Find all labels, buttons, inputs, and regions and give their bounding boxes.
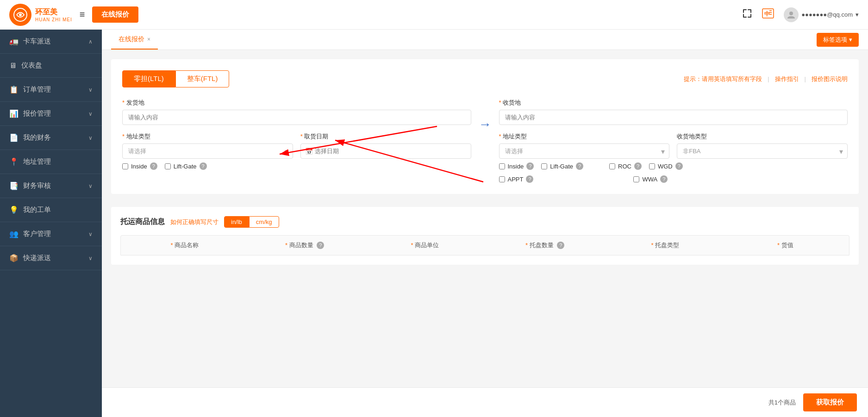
ltl-mode-button[interactable]: 零担(LTL) xyxy=(122,70,175,87)
dest-liftgate-checkbox[interactable]: Lift-Gate ? xyxy=(541,162,583,170)
calendar-icon: 📅 xyxy=(305,148,313,155)
inside-help-icon[interactable]: ? xyxy=(150,162,157,170)
form-columns-wrapper: * 发货地 * 地址类型 xyxy=(122,99,848,183)
header-left: 环至美 HUAN ZHI MEI ≡ 在线报价 xyxy=(9,4,138,26)
dest-wwa-checkbox[interactable]: WWA ? xyxy=(633,175,668,183)
origin-input[interactable] xyxy=(122,110,471,125)
dest-inside-help-icon[interactable]: ? xyxy=(526,162,534,170)
chevron-down-icon: ∨ xyxy=(88,255,93,261)
cargo-header: 托运商品信息 如何正确填写尺寸 in/lb cm/kg xyxy=(120,216,849,228)
logo-text: 环至美 HUAN ZHI MEI xyxy=(35,7,72,22)
origin-inside-checkbox[interactable]: Inside ? xyxy=(122,162,157,170)
chevron-down-icon: ∨ xyxy=(88,135,93,141)
pickup-date-input[interactable] xyxy=(300,143,471,159)
sidebar-item-audit[interactable]: 📑 财务审核 ∨ xyxy=(0,174,102,198)
finance-icon: 📄 xyxy=(9,133,19,142)
express-icon: 📦 xyxy=(9,254,19,262)
dest-liftgate-help-icon[interactable]: ? xyxy=(576,162,583,170)
col-product-qty: * 商品数量 ? xyxy=(249,241,362,249)
dest-inside-checkbox[interactable]: Inside ? xyxy=(499,162,534,170)
cargo-title: 托运商品信息 xyxy=(120,217,165,227)
col-cargo-value: * 货值 xyxy=(729,241,842,249)
sidebar-item-address[interactable]: 📍 地址管理 xyxy=(0,150,102,174)
sidebar-item-express[interactable]: 📦 快递派送 ∨ xyxy=(0,246,102,270)
roc-help-icon[interactable]: ? xyxy=(634,162,642,170)
customers-icon: 👥 xyxy=(9,230,19,238)
operation-guide-link[interactable]: 操作指引 xyxy=(775,75,799,83)
sidebar-item-finance[interactable]: 📄 我的财务 ∨ xyxy=(0,126,102,150)
origin-checkbox-row: Inside ? Lift-Gate ? xyxy=(122,162,471,170)
cargo-count: 共1个商品 xyxy=(768,398,796,407)
sidebar-item-orders[interactable]: 📋 订单管理 ∨ xyxy=(0,78,102,102)
get-quote-button[interactable]: 获取报价 xyxy=(803,393,857,411)
sidebar-item-label: 卡车派送 xyxy=(23,37,51,46)
expand-icon[interactable] xyxy=(742,8,752,21)
pallet-qty-help-icon[interactable]: ? xyxy=(557,242,564,249)
col-pallet-qty: * 托盘数量 ? xyxy=(489,241,602,249)
unit-inlb-button[interactable]: in/lb xyxy=(224,216,249,228)
tab-online-quote[interactable]: 在线报价 × xyxy=(111,30,158,50)
dest-roc-checkbox[interactable]: ROC ? xyxy=(609,162,642,170)
addr-type-select[interactable]: 请选择 xyxy=(122,143,293,159)
sidebar-item-label: 我的工单 xyxy=(23,205,51,214)
liftgate-help-icon[interactable]: ? xyxy=(200,162,207,170)
origin-label: * 发货地 xyxy=(122,99,471,107)
hint-text: 提示：请用英语填写所有字段 xyxy=(684,75,762,83)
addr-type-select-wrapper: 请选择 xyxy=(122,143,293,159)
workorder-icon: 💡 xyxy=(9,205,19,214)
appt-help-icon[interactable]: ? xyxy=(526,175,533,183)
origin-bottom-row: * 地址类型 请选择 xyxy=(122,132,471,159)
page-content: 零担(LTL) 整车(FTL) 提示：请用英语填写所有字段 | 操作指引 | 报… xyxy=(102,50,868,387)
user-dropdown-arrow: ▾ xyxy=(856,11,859,18)
user-info[interactable]: ●●●●●●●@qq.com ▾ xyxy=(784,7,859,22)
dest-bottom-row: * 地址类型 请选择 xyxy=(499,132,848,159)
dest-input[interactable] xyxy=(499,110,848,125)
unit-cmkg-button[interactable]: cm/kg xyxy=(249,216,279,228)
chevron-down-icon: ∨ xyxy=(88,87,93,93)
dest-column: * 收货地 * 地址类型 xyxy=(499,99,848,183)
header: 环至美 HUAN ZHI MEI ≡ 在线报价 中 xyxy=(0,0,868,30)
sidebar-item-quotes[interactable]: 📊 报价管理 ∨ xyxy=(0,102,102,126)
sidebar-item-customers[interactable]: 👥 客户管理 ∨ xyxy=(0,222,102,246)
pickup-date-label: * 取货日期 xyxy=(300,132,471,141)
page-footer: 共1个商品 获取报价 xyxy=(102,387,868,417)
col-pallet-type: * 托盘类型 xyxy=(609,241,722,249)
ftl-mode-button[interactable]: 整车(FTL) xyxy=(175,70,230,87)
online-quote-header-button[interactable]: 在线报价 xyxy=(92,6,138,23)
header-right: 中 ●●●●●●●@qq.com ▾ xyxy=(742,7,859,23)
svg-point-4 xyxy=(789,12,793,15)
sidebar-item-label: 地址管理 xyxy=(23,157,51,166)
tag-options-button[interactable]: 标签选项 ▾ xyxy=(817,33,859,47)
truck-icon: 🚛 xyxy=(9,37,19,46)
dest-addr-type-label: * 地址类型 xyxy=(499,132,670,141)
content-area: 在线报价 × 标签选项 ▾ 零担(LTL) 整车(FTL) 提示：请用英 xyxy=(102,30,868,417)
sidebar-item-label: 报价管理 xyxy=(23,109,51,118)
quote-chart-link[interactable]: 报价图示说明 xyxy=(812,75,848,83)
quotes-icon: 📊 xyxy=(9,109,19,118)
product-qty-help-icon[interactable]: ? xyxy=(317,242,324,249)
sidebar-item-dashboard[interactable]: 🖥 仪表盘 xyxy=(0,54,102,78)
logo: 环至美 HUAN ZHI MEI xyxy=(9,4,72,26)
recv-addr-type-select-wrapper: 非FBA xyxy=(677,143,848,159)
dest-appt-checkbox[interactable]: APPT ? xyxy=(499,175,534,183)
wwa-help-icon[interactable]: ? xyxy=(660,175,668,183)
sidebar-item-truck[interactable]: 🚛 卡车派送 ∧ xyxy=(0,30,102,54)
mode-buttons-row: 零担(LTL) 整车(FTL) 提示：请用英语填写所有字段 | 操作指引 | 报… xyxy=(122,70,848,87)
sidebar-item-workorder[interactable]: 💡 我的工单 xyxy=(0,198,102,222)
tab-close-icon[interactable]: × xyxy=(147,36,150,43)
wgd-help-icon[interactable]: ? xyxy=(675,162,683,170)
menu-icon[interactable]: ≡ xyxy=(80,9,85,20)
origin-column: * 发货地 * 地址类型 xyxy=(122,99,471,170)
language-icon[interactable]: 中 xyxy=(762,7,774,23)
dest-addr-type-select[interactable]: 请选择 xyxy=(499,143,670,159)
dest-label: * 收货地 xyxy=(499,99,848,107)
svg-text:中: 中 xyxy=(764,11,770,17)
origin-liftgate-checkbox[interactable]: Lift-Gate ? xyxy=(165,162,207,170)
tabs-bar: 在线报价 × 标签选项 ▾ xyxy=(102,30,868,50)
arrow-divider: → xyxy=(471,99,499,132)
audit-icon: 📑 xyxy=(9,181,19,190)
recv-addr-type-select[interactable]: 非FBA xyxy=(677,143,848,159)
dest-wgd-checkbox[interactable]: WGD ? xyxy=(649,162,683,170)
how-to-fill-link[interactable]: 如何正确填写尺寸 xyxy=(170,218,219,226)
sidebar-item-label: 客户管理 xyxy=(23,230,51,238)
